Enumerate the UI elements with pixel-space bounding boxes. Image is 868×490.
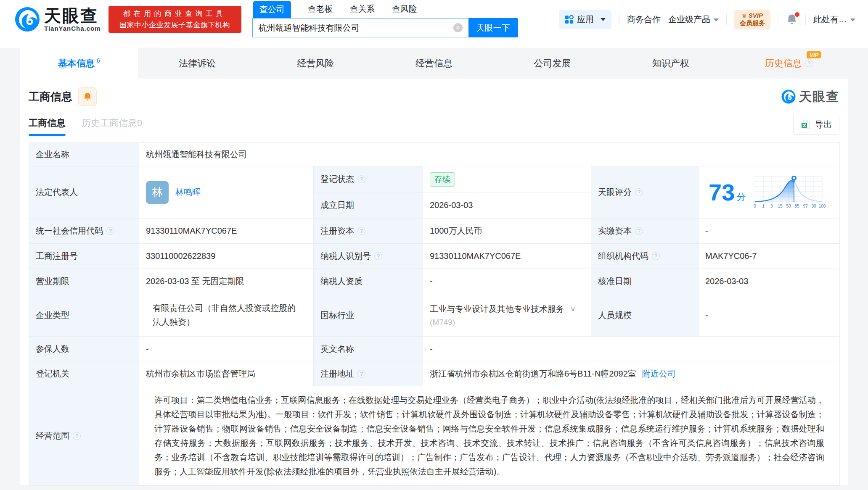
clear-icon[interactable] (453, 23, 463, 32)
search-button[interactable]: 天眼一下 (468, 18, 518, 37)
top-header: 天眼查 TianYanCha.com 都在用的商业查询工具 国家中小企业发展子基… (0, 0, 868, 48)
search-tabs: 查公司 查老板 查关系 查风险 (252, 1, 518, 18)
user-menu[interactable]: 此处有… (813, 14, 855, 25)
company-type-label: 企业类型 (29, 294, 139, 337)
table-row: 参保人数 - 英文名称 - (29, 337, 840, 361)
svg-text:100: 100 (819, 204, 826, 208)
business-scope-label: 经营范围 (29, 386, 139, 486)
svg-text:15: 15 (778, 204, 783, 208)
help-icon[interactable] (635, 227, 643, 235)
promo-line-1: 都在用的商业查询工具 (113, 9, 237, 18)
menu-business-cooperation[interactable]: 商务合作 (627, 14, 661, 25)
search-tab-boss[interactable]: 查老板 (308, 3, 333, 18)
export-button[interactable]: 导出 (793, 114, 839, 135)
business-info-card: 工商信息 天眼查 工商信息 历史工商信息0 (20, 79, 848, 485)
search-box: 天眼一下 (252, 18, 518, 37)
status-badge: 存续 (430, 172, 455, 187)
company-name-label: 企业名称 (29, 143, 139, 166)
tab-legal-litigation[interactable]: 法律诉讼 (138, 48, 256, 79)
tab-operating-risk[interactable]: 经营风险 (257, 48, 375, 79)
nearby-companies-link[interactable]: 附近公司 (642, 368, 676, 379)
reg-status-value: 存续 (423, 166, 591, 192)
search-tab-relation[interactable]: 查关系 (350, 3, 375, 18)
establish-date-label: 成立日期 (314, 192, 423, 219)
excel-icon (801, 119, 811, 129)
score-unit: 分 (736, 191, 746, 203)
business-term-label: 营业期限 (29, 269, 139, 294)
help-icon[interactable] (106, 227, 114, 235)
english-name-label: 英文名称 (314, 337, 423, 361)
notifications-bell[interactable] (786, 13, 798, 25)
chevron-down-icon[interactable] (570, 305, 575, 313)
tab-history-info[interactable]: VIP 历史信息 (730, 48, 848, 79)
header-right: 应用 商务合作 企业级产品 ♛ SVIP 会员服务 此处有… (559, 10, 855, 29)
tianyancha-logo-icon (15, 7, 40, 32)
reg-number-label: 工商注册号 (29, 244, 139, 269)
legal-rep-value: 林 林鸣晖 (139, 166, 314, 219)
bell-icon (83, 92, 92, 101)
score-distribution-chart: 0 1 3 15 50 85 97 99 100 (751, 175, 826, 210)
table-row: 企业名称 杭州瓴通智能科技有限公司 (29, 143, 840, 166)
svg-text:85: 85 (795, 204, 800, 208)
table-row: 登记机关 杭州市余杭区市场监督管理局 注册地址 浙江省杭州市余杭区仓前街道万和路… (29, 361, 840, 386)
taxpayer-quality-value: - (423, 269, 591, 294)
score-axis-labels: 0 1 3 15 50 85 97 99 100 (754, 204, 826, 208)
help-icon[interactable] (73, 432, 81, 440)
subtab-business-info[interactable]: 工商信息 (29, 117, 66, 136)
reg-number-value: 330110002622839 (139, 244, 314, 269)
company-type-value: 有限责任公司（非自然人投资或控股的法人独资） (139, 294, 314, 337)
company-nav-tabs: 基本信息6 法律诉讼 经营风险 经营信息 公司发展 知识产权 VIP 历史信息 (0, 48, 868, 79)
divider (619, 14, 619, 25)
approval-date-value: 2026-03-03 (699, 269, 840, 294)
search-tab-risk[interactable]: 查风险 (392, 3, 417, 18)
apps-button[interactable]: 应用 (559, 10, 611, 29)
table-row: 统一社会信用代码 91330110MAK7YC067E 注册资本 1000万人民… (29, 219, 840, 244)
score-label: 天眼评分 (591, 166, 699, 219)
industry-code: (M749) (430, 318, 455, 327)
search-input[interactable] (252, 18, 468, 37)
notification-dot (795, 12, 799, 17)
approval-date-label: 核准日期 (591, 269, 699, 294)
tab-operating-info[interactable]: 经营信息 (375, 48, 493, 79)
paid-capital-value: - (699, 219, 840, 244)
chevron-down-icon (601, 18, 606, 21)
svip-badge[interactable]: ♛ SVIP 会员服务 (734, 10, 770, 29)
table-row: 工商注册号 330110002622839 纳税人识别号 91330110MAK… (29, 244, 840, 269)
monitor-bell-button[interactable] (78, 87, 97, 106)
insured-count-value: - (139, 337, 314, 361)
reg-address-label: 注册地址 (314, 361, 423, 386)
menu-enterprise-products[interactable]: 企业级产品 (668, 14, 719, 25)
help-icon[interactable] (357, 227, 365, 235)
score-value: 73 分 (699, 166, 840, 219)
svg-text:99: 99 (812, 204, 817, 208)
table-row: 营业期限 2026-03-03 至 无固定期限 纳税人资质 - 核准日期 202… (29, 269, 840, 294)
help-icon[interactable] (357, 370, 365, 378)
tab-basic-info[interactable]: 基本信息6 (20, 48, 138, 79)
tianyancha-logo-icon (781, 90, 796, 104)
score-number: 73 (709, 181, 735, 204)
brand-name: 天眼查 (44, 7, 101, 24)
help-icon[interactable] (635, 188, 643, 196)
help-icon[interactable] (374, 252, 382, 260)
watermark-logo: 天眼查 (781, 88, 839, 105)
legal-rep-link[interactable]: 林鸣晖 (175, 187, 201, 198)
subtab-history-business-info[interactable]: 历史工商信息0 (82, 117, 142, 136)
help-icon[interactable] (652, 252, 660, 260)
tianyancha-logo[interactable]: 天眼查 TianYanCha.com (15, 7, 101, 32)
org-code-value: MAK7YC06-7 (699, 244, 840, 269)
help-icon[interactable] (357, 175, 365, 183)
tab-intellectual-property[interactable]: 知识产权 (611, 48, 730, 79)
staff-size-label: 人员规模 (591, 294, 699, 337)
reg-status-label: 登记状态 (314, 166, 423, 192)
apps-grid-icon (565, 15, 574, 24)
legal-rep-avatar[interactable]: 林 (146, 181, 169, 204)
table-row: 企业类型 有限责任公司（非自然人投资或控股的法人独资） 国标行业 工业与专业设计… (29, 294, 840, 337)
org-code-label: 组织机构代码 (591, 244, 699, 269)
tab-company-development[interactable]: 公司发展 (493, 48, 611, 79)
search-tab-company[interactable]: 查公司 (253, 1, 291, 18)
reg-address-value: 浙江省杭州市余杭区仓前街道万和路6号B11-N幢2092室 附近公司 (423, 361, 840, 386)
help-icon[interactable] (805, 59, 813, 67)
reg-capital-value: 1000万人民币 (423, 219, 591, 244)
establish-date-value: 2026-03-03 (423, 192, 591, 219)
english-name-value: - (423, 337, 840, 361)
